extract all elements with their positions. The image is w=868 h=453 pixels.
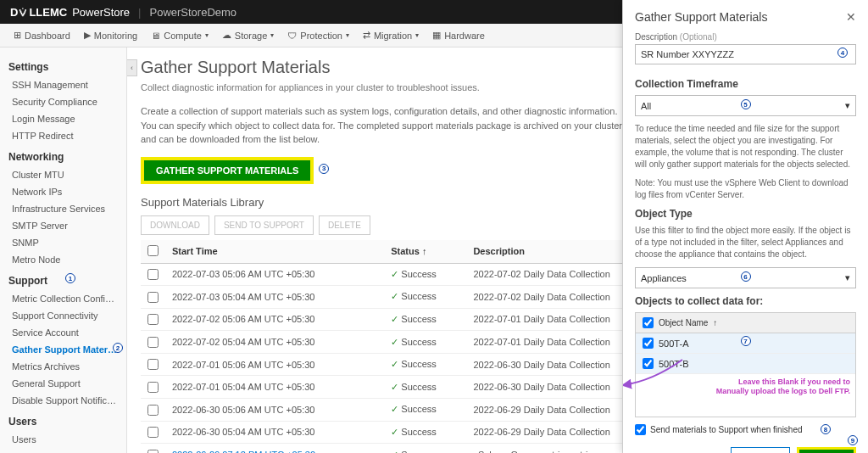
nav-monitoring[interactable]: ▶Monitoring <box>77 30 144 41</box>
annotation-5: 5 <box>741 99 751 109</box>
collect-for-title: Objects to collect data for: <box>635 295 856 307</box>
description-input[interactable] <box>635 44 856 64</box>
sidebar-item-login-msg[interactable]: Login Message <box>0 110 126 127</box>
sidebar-collapse-icon[interactable]: ‹ <box>127 59 137 76</box>
cell-start-time: 2022-07-01 05:04 AM UTC +05:30 <box>165 376 384 399</box>
nav-hardware[interactable]: ▦Hardware <box>426 30 492 41</box>
product-name: PowerStore <box>72 6 130 19</box>
annotation-2: 2 <box>113 343 123 353</box>
sidebar-section-settings: Settings <box>0 58 126 76</box>
cell-start-time: 2022-07-02 05:06 AM UTC +05:30 <box>165 308 384 331</box>
sidebar: Settings SSH Management Security Complia… <box>0 48 127 453</box>
cell-status: Success <box>384 421 466 444</box>
row-checkbox[interactable] <box>147 269 159 280</box>
sidebar-item-smtp[interactable]: SMTP Server <box>0 217 126 234</box>
col-status[interactable]: Status ↑ <box>384 240 466 264</box>
description-label: Description (Optional) <box>635 32 856 42</box>
timeframe-select[interactable]: All ▾ 5 <box>635 95 856 116</box>
obj-checkbox[interactable] <box>643 338 654 349</box>
sidebar-item-infra[interactable]: Infrastructure Services <box>0 200 126 217</box>
gather-materials-button[interactable]: GATHER SUPPORT MATERIALS <box>144 160 310 181</box>
sidebar-item-connectivity[interactable]: Support Connectivity <box>0 307 126 324</box>
sidebar-item-snmp[interactable]: SNMP <box>0 234 126 251</box>
ftp-note: Leave this Blank if you need to Manually… <box>716 378 850 396</box>
send-to-support-label: Send materials to Support when finished <box>650 425 803 434</box>
cell-status: Success <box>384 399 466 422</box>
cell-start-time: 2022-07-03 05:04 AM UTC +05:30 <box>165 286 384 309</box>
nav-compute[interactable]: 🖥Compute▾ <box>144 31 215 41</box>
sidebar-section-users: Users <box>0 412 126 431</box>
cluster-name: PowerStoreDemo <box>149 6 236 19</box>
sort-asc-icon: ↑ <box>713 318 717 327</box>
row-checkbox[interactable] <box>147 427 159 438</box>
row-checkbox[interactable] <box>147 314 159 325</box>
col-start-time[interactable]: Start Time <box>165 240 384 264</box>
row-checkbox[interactable] <box>147 450 159 453</box>
chevron-down-icon: ▾ <box>845 272 850 283</box>
annotation-7: 7 <box>741 336 751 346</box>
sidebar-item-general[interactable]: General Support <box>0 375 126 392</box>
sidebar-item-cluster-mtu[interactable]: Cluster MTU <box>0 166 126 183</box>
vsphere-note: Note: You must use the vSphere Web Clien… <box>635 177 856 201</box>
send-to-support-checkbox[interactable] <box>635 424 646 435</box>
panel-title: Gather Support Materials <box>635 10 767 24</box>
object-type-select[interactable]: Appliances ▾ 6 <box>635 267 856 288</box>
nav-protection[interactable]: 🛡Protection▾ <box>281 31 356 41</box>
sidebar-item-metric[interactable]: Metric Collection Configuration <box>0 290 126 307</box>
sidebar-item-users[interactable]: Users <box>0 431 126 448</box>
sidebar-item-metro[interactable]: Metro Node <box>0 251 126 268</box>
obj-select-all-checkbox[interactable] <box>643 317 654 328</box>
cell-start-time: 2022-06-30 05:06 AM UTC +05:30 <box>165 399 384 422</box>
cell-status: Success <box>384 353 466 376</box>
row-checkbox[interactable] <box>147 405 159 416</box>
sidebar-section-networking: Networking <box>0 148 126 166</box>
chevron-down-icon: ▾ <box>845 100 850 111</box>
timeframe-title: Collection Timeframe <box>635 78 856 90</box>
select-all-checkbox[interactable] <box>147 245 159 256</box>
cell-start-time: 2022-07-01 05:06 AM UTC +05:30 <box>165 353 384 376</box>
close-icon[interactable]: ✕ <box>846 10 856 24</box>
annotation-9: 9 <box>848 435 858 445</box>
cell-start-time: 2022-06-30 05:04 AM UTC +05:30 <box>165 421 384 444</box>
nav-migration[interactable]: ⇄Migration▾ <box>356 30 426 41</box>
row-checkbox[interactable] <box>147 382 159 393</box>
cancel-button[interactable]: CANCEL <box>731 447 791 453</box>
delete-button[interactable]: DELETE <box>319 215 370 235</box>
nav-dashboard[interactable]: ⊞Dashboard <box>7 30 77 41</box>
row-checkbox[interactable] <box>147 337 159 348</box>
sidebar-item-disable[interactable]: Disable Support Notifications <box>0 392 126 409</box>
object-type-title: Object Type <box>635 208 856 220</box>
annotation-8: 8 <box>821 424 831 434</box>
object-row[interactable]: 500T-A 7 <box>636 333 855 354</box>
sidebar-item-http[interactable]: HTTP Redirect <box>0 127 126 144</box>
annotation-1: 1 <box>65 273 75 283</box>
sidebar-item-security[interactable]: Security Compliance <box>0 93 126 110</box>
timeframe-help: To reduce the time needed and file size … <box>635 123 856 171</box>
annotation-3: 3 <box>319 164 329 174</box>
objects-table: Object Name ↑ 500T-A 7 500T-B Leave this… <box>635 312 856 417</box>
sort-asc-icon: ↑ <box>422 246 427 256</box>
cell-status: Success <box>384 331 466 354</box>
cell-status: Success <box>384 444 466 453</box>
cell-status: Success <box>384 263 466 286</box>
row-checkbox[interactable] <box>147 359 159 370</box>
sidebar-item-archives[interactable]: Metrics Archives <box>0 358 126 375</box>
col-object-name[interactable]: Object Name <box>659 318 708 327</box>
cell-status: Success <box>384 308 466 331</box>
annotation-arrow-icon <box>622 355 687 389</box>
sidebar-item-ssh[interactable]: SSH Management <box>0 76 126 93</box>
side-panel: Gather Support Materials ✕ Description (… <box>622 0 868 453</box>
sidebar-item-service[interactable]: Service Account <box>0 324 126 341</box>
sidebar-item-network-ips[interactable]: Network IPs <box>0 183 126 200</box>
sidebar-item-gather[interactable]: Gather Support Materials 2 <box>0 341 126 358</box>
cell-status: Success <box>384 376 466 399</box>
start-button[interactable]: START <box>799 450 854 453</box>
send-to-support-button[interactable]: SEND TO SUPPORT <box>214 215 314 235</box>
row-checkbox[interactable] <box>147 292 159 303</box>
cell-start-time: 2022-06-29 07:12 PM UTC +05:30 <box>165 444 384 453</box>
annotation-4: 4 <box>837 48 848 58</box>
download-button[interactable]: DOWNLOAD <box>141 215 209 235</box>
cell-status: Success <box>384 286 466 309</box>
sidebar-item-directory[interactable]: Directory Services <box>0 448 126 453</box>
nav-storage[interactable]: ☁Storage▾ <box>215 30 281 41</box>
